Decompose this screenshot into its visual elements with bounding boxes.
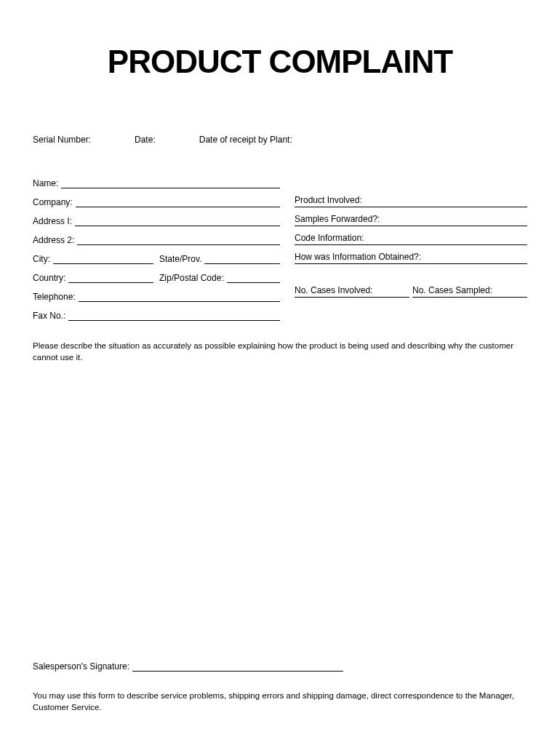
form-title: PRODUCT COMPLAINT bbox=[33, 44, 527, 80]
cases-involved-label: No. Cases Involved: bbox=[295, 285, 375, 295]
state-input[interactable] bbox=[204, 254, 280, 264]
city-label: City: bbox=[33, 254, 53, 264]
address1-input[interactable] bbox=[75, 216, 280, 226]
signature-row: Salesperson's Signature: bbox=[33, 661, 527, 672]
how-obtained-label: How was Information Obtained?: bbox=[295, 252, 424, 262]
country-input[interactable] bbox=[68, 273, 153, 283]
product-column: Product Involved: Samples Forwarded?: Co… bbox=[295, 174, 527, 325]
state-label: State/Prov. bbox=[159, 254, 204, 264]
description-instruction: Please describe the situation as accurat… bbox=[33, 340, 527, 363]
cases-sampled-label: No. Cases Sampled: bbox=[412, 285, 495, 295]
address2-label: Address 2: bbox=[33, 235, 77, 245]
description-area[interactable] bbox=[33, 363, 527, 661]
date-label: Date: bbox=[135, 135, 156, 145]
zip-label: Zip/Postal Code: bbox=[159, 273, 227, 283]
telephone-label: Telephone: bbox=[33, 292, 79, 302]
top-row: Serial Number: Date: Date of receipt by … bbox=[33, 135, 527, 145]
country-label: Country: bbox=[33, 273, 68, 283]
company-label: Company: bbox=[33, 197, 76, 207]
address1-label: Address I: bbox=[33, 216, 75, 226]
signature-label: Salesperson's Signature: bbox=[33, 661, 132, 672]
receipt-date-label: Date of receipt by Plant: bbox=[199, 135, 292, 145]
name-label: Name: bbox=[33, 178, 61, 188]
serial-number-label: Serial Number: bbox=[33, 135, 91, 145]
product-involved-label: Product Involved: bbox=[295, 195, 365, 205]
code-info-label: Code Information: bbox=[295, 233, 367, 243]
form-grid: Name: Company: Address I: Address 2: Cit… bbox=[33, 174, 527, 325]
address2-input[interactable] bbox=[77, 235, 280, 245]
contact-column: Name: Company: Address I: Address 2: Cit… bbox=[33, 174, 280, 325]
signature-input[interactable] bbox=[132, 661, 343, 672]
footer-note: You may use this form to describe servic… bbox=[33, 690, 527, 713]
zip-input[interactable] bbox=[227, 273, 280, 283]
samples-forwarded-label: Samples Forwarded?: bbox=[295, 214, 383, 224]
fax-input[interactable] bbox=[68, 311, 280, 321]
telephone-input[interactable] bbox=[79, 292, 280, 302]
fax-label: Fax No.: bbox=[33, 311, 68, 321]
name-input[interactable] bbox=[61, 178, 280, 188]
company-input[interactable] bbox=[76, 197, 280, 207]
city-input[interactable] bbox=[53, 254, 153, 264]
